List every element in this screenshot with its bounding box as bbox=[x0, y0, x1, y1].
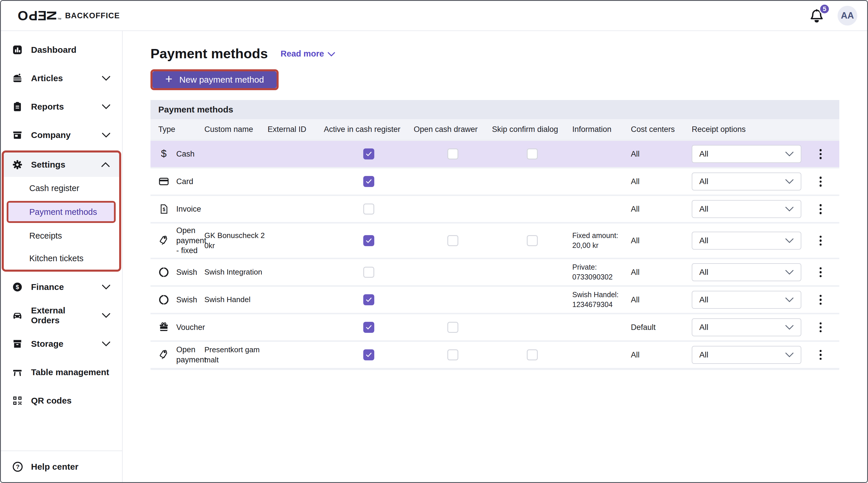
kebab-menu-icon[interactable] bbox=[817, 348, 824, 362]
sidebar-item-external-orders[interactable]: External Orders bbox=[1, 301, 122, 330]
chevron-down-icon bbox=[328, 52, 335, 57]
type-label: Card bbox=[176, 177, 193, 187]
sidebar-item-dashboard[interactable]: Dashboard bbox=[1, 36, 122, 64]
articles-icon bbox=[12, 73, 23, 84]
avatar[interactable]: AA bbox=[838, 6, 857, 26]
kebab-menu-icon[interactable] bbox=[817, 174, 824, 189]
receipt-options-select[interactable]: All bbox=[692, 291, 801, 309]
kebab-menu-icon[interactable] bbox=[817, 265, 824, 280]
open-cash-drawer-checkbox[interactable] bbox=[447, 148, 458, 159]
column-header-open-cash-drawer: Open cash drawer bbox=[414, 125, 492, 134]
type-cell: Open payment bbox=[151, 345, 205, 365]
sidebar-item-articles[interactable]: Articles bbox=[1, 64, 122, 92]
cost-centers-cell: All bbox=[631, 177, 692, 186]
select-value: All bbox=[699, 295, 708, 304]
kebab-menu-icon[interactable] bbox=[817, 233, 824, 248]
column-header-active-in-cash-register: Active in cash register bbox=[324, 125, 414, 134]
card-type-icon bbox=[158, 176, 169, 187]
type-label: Open payment - fixed bbox=[176, 225, 207, 256]
table-row: $CashAllAll bbox=[151, 141, 839, 167]
type-cell: $Invoice bbox=[151, 204, 205, 215]
active-in-cash-register-checkbox[interactable] bbox=[363, 148, 374, 159]
payment-methods-card: Payment methods TypeCustom nameExternal … bbox=[151, 100, 839, 370]
receipt-options-select[interactable]: All bbox=[692, 173, 801, 190]
cash-type-icon: $ bbox=[158, 148, 169, 159]
notifications-button[interactable]: 5 bbox=[809, 8, 824, 23]
information-cell: Private: 0733090302 bbox=[572, 262, 631, 282]
finance-icon: $ bbox=[12, 281, 23, 293]
sidebar-item-label: Storage bbox=[31, 339, 63, 349]
sidebar-subitem-receipts[interactable]: Receipts bbox=[4, 224, 119, 247]
active-in-cash-register-checkbox[interactable] bbox=[363, 176, 374, 187]
table-row: $InvoiceAllAll bbox=[151, 196, 839, 222]
sidebar-subitem-payment-methods[interactable]: Payment methods bbox=[8, 203, 114, 221]
active-in-cash-register-checkbox[interactable] bbox=[363, 267, 374, 278]
kebab-menu-icon[interactable] bbox=[817, 202, 824, 217]
information-cell: Swish Handel: 1234679304 bbox=[572, 290, 631, 310]
sidebar-subitem-cash-register[interactable]: Cash register bbox=[4, 177, 119, 200]
row-actions-cell bbox=[802, 265, 839, 280]
read-more-link[interactable]: Read more bbox=[281, 49, 335, 59]
skip-confirm-dialog-checkbox[interactable] bbox=[527, 235, 538, 246]
svg-text:$: $ bbox=[163, 207, 165, 212]
chevron-down-icon bbox=[102, 104, 111, 109]
sidebar-item-company[interactable]: Company bbox=[1, 121, 122, 149]
open-cash-drawer-checkbox[interactable] bbox=[447, 322, 458, 333]
receipt-options-select[interactable]: All bbox=[692, 318, 801, 336]
receipt-options-cell: All bbox=[692, 318, 802, 336]
active-in-cash-register-checkbox[interactable] bbox=[363, 235, 374, 246]
receipt-options-cell: All bbox=[692, 346, 802, 364]
receipt-options-cell: All bbox=[692, 291, 802, 309]
skip-confirm-dialog-checkbox[interactable] bbox=[527, 349, 538, 360]
custom-name-cell: Swish Integration bbox=[205, 267, 268, 277]
sidebar-item-label: Help center bbox=[31, 462, 78, 472]
active-in-cash-register-checkbox[interactable] bbox=[363, 204, 374, 215]
sidebar-subitem-kitchen-tickets[interactable]: Kitchen tickets bbox=[4, 247, 119, 270]
storage-icon bbox=[12, 338, 23, 349]
sidebar-item-reports[interactable]: Reports bbox=[1, 92, 122, 121]
cost-centers-cell: All bbox=[631, 205, 692, 214]
type-label: Voucher bbox=[176, 322, 205, 333]
open-cash-drawer-checkbox[interactable] bbox=[447, 349, 458, 360]
receipt-options-select[interactable]: All bbox=[692, 232, 801, 250]
select-value: All bbox=[699, 268, 708, 277]
kebab-menu-icon[interactable] bbox=[817, 293, 824, 307]
cost-centers-cell: All bbox=[631, 236, 692, 245]
type-label: Swish bbox=[176, 267, 197, 277]
receipt-options-select[interactable]: All bbox=[692, 346, 801, 364]
type-cell: Voucher bbox=[151, 322, 205, 333]
sidebar-item-help-center[interactable]: ? Help center bbox=[1, 451, 122, 482]
active-in-cash-register-checkbox[interactable] bbox=[363, 349, 374, 360]
sidebar-item-table-management[interactable]: Table management bbox=[1, 358, 122, 387]
kebab-menu-icon[interactable] bbox=[817, 147, 824, 161]
table-row: SwishSwish IntegrationPrivate: 073309030… bbox=[151, 259, 839, 285]
sidebar-item-storage[interactable]: Storage bbox=[1, 330, 122, 358]
table-row: VoucherDefaultAll bbox=[151, 314, 839, 340]
help-icon: ? bbox=[12, 461, 24, 473]
receipt-options-select[interactable]: All bbox=[692, 263, 801, 281]
top-bar: OPEN ™ BACKOFFICE 5 AA bbox=[1, 1, 867, 31]
chevron-down-icon bbox=[785, 268, 794, 277]
sidebar-item-qr-codes[interactable]: QR codes bbox=[1, 387, 122, 415]
sidebar-item-finance[interactable]: $Finance bbox=[1, 273, 122, 301]
qr-codes-icon bbox=[12, 395, 23, 406]
active-in-cash-register-checkbox[interactable] bbox=[363, 294, 374, 305]
kebab-menu-icon[interactable] bbox=[817, 320, 824, 335]
active-in-cash-register-checkbox[interactable] bbox=[363, 322, 374, 333]
receipt-options-select[interactable]: All bbox=[692, 200, 801, 218]
select-value: All bbox=[699, 236, 708, 245]
row-actions-cell bbox=[802, 320, 839, 335]
information-cell: Fixed amount: 20,00 kr bbox=[572, 231, 631, 250]
skip-confirm-dialog-checkbox[interactable] bbox=[527, 148, 538, 159]
new-payment-method-button[interactable]: + New payment method bbox=[153, 71, 277, 88]
sidebar-item-settings[interactable]: Settings bbox=[4, 152, 119, 177]
plus-icon: + bbox=[165, 73, 173, 85]
cost-centers-cell: Default bbox=[631, 323, 692, 332]
type-label: Open payment bbox=[176, 345, 207, 365]
brand-logo[interactable]: OPEN ™ BACKOFFICE bbox=[18, 9, 120, 22]
brand-letter: N bbox=[45, 11, 58, 21]
open-cash-drawer-checkbox[interactable] bbox=[447, 235, 458, 246]
receipt-options-select[interactable]: All bbox=[692, 145, 801, 163]
type-label: Cash bbox=[176, 149, 194, 159]
row-actions-cell bbox=[802, 233, 839, 248]
